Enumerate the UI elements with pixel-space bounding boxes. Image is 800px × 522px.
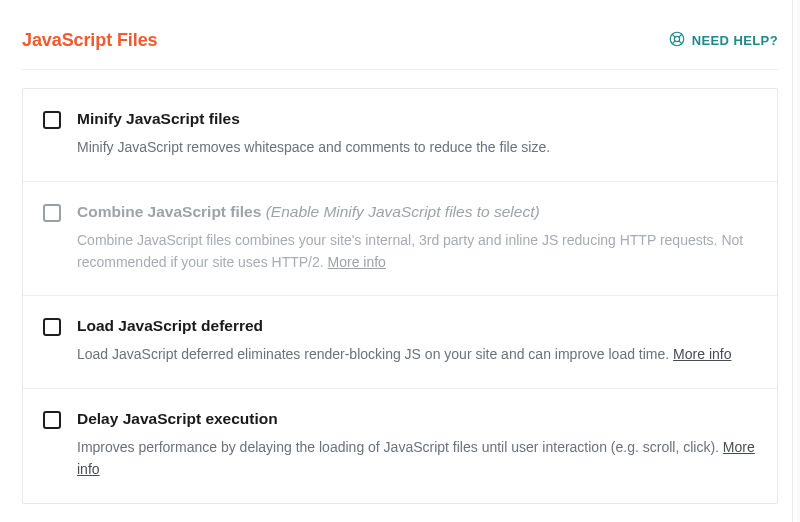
option-desc-text: Load JavaScript deferred eliminates rend… — [77, 346, 669, 362]
lifebuoy-icon — [668, 30, 686, 51]
svg-point-1 — [674, 36, 679, 41]
option-title-text: Load JavaScript deferred — [77, 317, 263, 334]
option-minify: Minify JavaScript files Minify JavaScrip… — [23, 89, 777, 182]
option-title: Minify JavaScript files — [77, 109, 757, 129]
scroll-edge — [792, 0, 800, 522]
delay-checkbox[interactable] — [43, 411, 61, 429]
option-title-text: Minify JavaScript files — [77, 110, 240, 127]
svg-line-3 — [679, 34, 682, 37]
more-info-link[interactable]: More info — [328, 254, 386, 270]
option-desc: Load JavaScript deferred eliminates rend… — [77, 344, 757, 366]
option-desc-text: Improves performance by delaying the loa… — [77, 439, 719, 455]
more-info-link[interactable]: More info — [673, 346, 731, 362]
section-header: JavaScript Files NEED HELP? — [22, 30, 778, 70]
option-desc: Combine JavaScript files combines your s… — [77, 230, 757, 273]
svg-line-5 — [679, 41, 682, 44]
option-desc-text: Combine JavaScript files combines your s… — [77, 232, 743, 270]
option-title-text: Delay JavaScript execution — [77, 410, 278, 427]
option-delay: Delay JavaScript execution Improves perf… — [23, 389, 777, 503]
svg-line-2 — [672, 34, 675, 37]
option-desc: Improves performance by delaying the loa… — [77, 437, 757, 480]
option-title: Delay JavaScript execution — [77, 409, 757, 429]
option-title: Load JavaScript deferred — [77, 316, 757, 336]
minify-checkbox[interactable] — [43, 111, 61, 129]
option-desc: Minify JavaScript removes whitespace and… — [77, 137, 757, 159]
svg-line-4 — [672, 41, 675, 44]
section-title: JavaScript Files — [22, 30, 157, 51]
need-help-label: NEED HELP? — [692, 33, 778, 48]
option-hint: (Enable Minify JavaScript files to selec… — [266, 203, 540, 220]
defer-checkbox[interactable] — [43, 318, 61, 336]
options-panel: Minify JavaScript files Minify JavaScrip… — [22, 88, 778, 504]
option-defer: Load JavaScript deferred Load JavaScript… — [23, 296, 777, 389]
option-combine: Combine JavaScript files (Enable Minify … — [23, 182, 777, 297]
option-title: Combine JavaScript files (Enable Minify … — [77, 202, 757, 222]
need-help-link[interactable]: NEED HELP? — [668, 30, 778, 51]
option-title-text: Combine JavaScript files — [77, 203, 261, 220]
option-desc-text: Minify JavaScript removes whitespace and… — [77, 139, 550, 155]
combine-checkbox — [43, 204, 61, 222]
